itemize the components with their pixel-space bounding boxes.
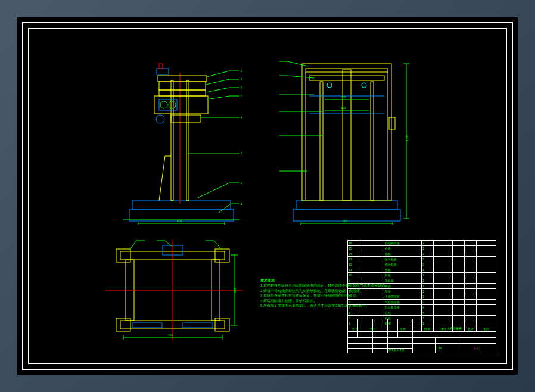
- parts-cell: 右板: [384, 246, 422, 251]
- parts-cell: 2: [421, 241, 433, 246]
- svg-text:7: 7: [241, 77, 242, 81]
- parts-cell: 2: [421, 262, 433, 267]
- parts-cell: 立柱: [384, 310, 422, 316]
- svg-line-34: [198, 183, 229, 198]
- parts-cell: [465, 294, 477, 300]
- svg-rect-53: [306, 69, 388, 72]
- parts-list: 16联动轴支座215右板114顶板113纵向筋板212横向筋板211左板110后…: [347, 240, 496, 318]
- svg-line-112: [129, 241, 136, 250]
- svg-rect-52: [302, 64, 391, 201]
- parts-cell: [433, 284, 453, 289]
- parts-cell: [477, 267, 496, 273]
- parts-cell: [362, 246, 384, 251]
- svg-point-60: [327, 83, 332, 88]
- parts-cell: [453, 251, 465, 257]
- parts-cell: [465, 284, 477, 289]
- title-block: 16联动轴支座215右板114顶板113纵向筋板212横向筋板211左板110后…: [347, 240, 496, 353]
- parts-cell: 16: [348, 241, 362, 246]
- svg-line-9: [159, 156, 165, 201]
- svg-rect-59: [309, 76, 384, 80]
- parts-cell: [465, 241, 477, 246]
- parts-cell: 10: [348, 273, 362, 278]
- parts-cell: [433, 305, 453, 310]
- parts-cell: [465, 310, 477, 316]
- parts-cell: [465, 300, 477, 305]
- title-block-main: 主机架焊接 1:10 ◎ ▢: [347, 319, 496, 353]
- parts-cell: 8: [348, 284, 362, 289]
- view-side: 600 1000 500 500: [278, 40, 421, 225]
- svg-point-61: [362, 83, 366, 88]
- parts-cell: [362, 251, 384, 257]
- svg-text:15: 15: [208, 239, 211, 240]
- svg-line-75: [287, 76, 314, 78]
- parts-cell: 7: [348, 289, 362, 294]
- parts-cell: [453, 284, 465, 289]
- parts-cell: [433, 241, 453, 246]
- svg-rect-46: [296, 201, 397, 209]
- parts-cell: 3: [348, 310, 362, 316]
- parts-cell: [362, 294, 384, 300]
- svg-rect-64: [389, 117, 395, 129]
- drawing-paper: 600: [17, 17, 518, 375]
- parts-cell: [362, 305, 384, 310]
- parts-cell: 气缸固定座: [384, 300, 422, 305]
- svg-rect-12: [159, 82, 206, 90]
- svg-rect-99: [163, 245, 183, 255]
- svg-text:380: 380: [233, 288, 237, 293]
- svg-text:3: 3: [241, 151, 242, 155]
- svg-text:1: 1: [241, 202, 242, 206]
- parts-cell: [453, 241, 465, 246]
- svg-text:17: 17: [140, 239, 144, 240]
- parts-cell: [433, 267, 453, 273]
- parts-cell: [433, 246, 453, 251]
- parts-cell: 纵向筋板: [384, 257, 422, 262]
- parts-cell: [433, 310, 453, 316]
- svg-text:600: 600: [343, 219, 348, 223]
- svg-line-28: [207, 96, 229, 99]
- parts-cell: 4: [348, 305, 362, 310]
- parts-cell: [477, 278, 496, 284]
- svg-line-26: [206, 88, 229, 92]
- svg-rect-21: [159, 64, 163, 69]
- parts-cell: [477, 305, 496, 310]
- parts-cell: [362, 310, 384, 316]
- svg-line-36: [219, 204, 231, 213]
- parts-cell: [433, 278, 453, 284]
- parts-cell: 12: [348, 262, 362, 267]
- parts-cell: 顶板: [384, 251, 422, 257]
- parts-cell: [477, 300, 496, 305]
- svg-text:2: 2: [241, 181, 242, 185]
- parts-cell: [477, 257, 496, 262]
- parts-cell: 5: [348, 300, 362, 305]
- svg-text:14: 14: [159, 239, 163, 240]
- svg-text:500: 500: [341, 106, 346, 110]
- parts-cell: [465, 251, 477, 257]
- parts-cell: [453, 246, 465, 251]
- svg-rect-6: [171, 80, 173, 201]
- parts-cell: 横向筋板: [384, 262, 422, 267]
- parts-cell: 15: [348, 246, 362, 251]
- parts-cell: [453, 294, 465, 300]
- sheet-cell: 第1页 共1页: [388, 348, 413, 353]
- parts-cell: 9: [348, 278, 362, 284]
- parts-cell: [362, 273, 384, 278]
- parts-cell: [362, 284, 384, 289]
- parts-cell: 导向套支座: [384, 305, 422, 310]
- svg-line-24: [206, 79, 229, 85]
- parts-cell: [453, 267, 465, 273]
- svg-rect-100: [132, 323, 162, 328]
- svg-rect-20: [157, 69, 169, 74]
- parts-cell: [433, 294, 453, 300]
- parts-cell: [453, 305, 465, 310]
- svg-text:4: 4: [241, 116, 242, 119]
- svg-rect-58: [343, 70, 351, 201]
- parts-cell: [453, 310, 465, 316]
- parts-cell: [453, 289, 465, 294]
- parts-cell: [362, 241, 384, 246]
- parts-cell: [477, 284, 496, 289]
- parts-cell: [465, 262, 477, 267]
- parts-cell: 4: [421, 305, 433, 310]
- svg-rect-15: [159, 99, 177, 110]
- parts-cell: [433, 289, 453, 294]
- parts-cell: [477, 246, 496, 251]
